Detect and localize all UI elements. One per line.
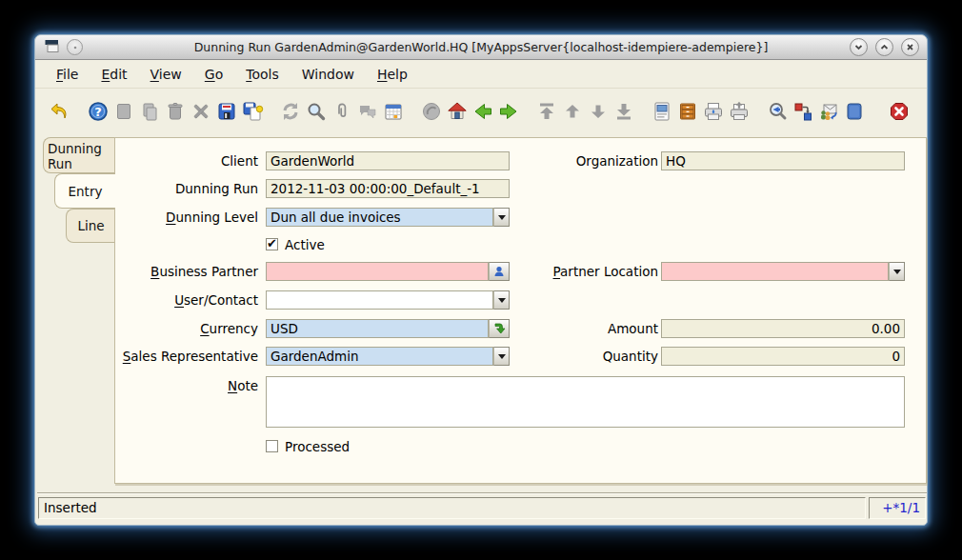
back-button[interactable] [470, 98, 495, 124]
history-button[interactable] [418, 98, 444, 124]
home-icon [446, 100, 469, 123]
workflow-icon [792, 100, 814, 123]
currency-zoom-button[interactable] [489, 319, 510, 338]
zoom-across-button[interactable] [764, 98, 790, 124]
partner-location-dropdown-button[interactable] [889, 262, 905, 281]
menu-window[interactable]: Window [291, 63, 366, 86]
chevron-down-icon [498, 298, 506, 307]
last-record-icon [612, 100, 635, 123]
report-icon [651, 100, 673, 123]
amount-input [661, 319, 905, 338]
tab-entry[interactable]: Entry [54, 173, 115, 209]
close-button[interactable] [901, 38, 919, 56]
business-partner-input[interactable] [266, 262, 489, 281]
forward-icon [497, 100, 520, 123]
menu-file[interactable]: File [45, 63, 90, 86]
currency-input[interactable] [266, 319, 489, 338]
green-arrow-icon [492, 322, 506, 335]
forward-button[interactable] [495, 98, 521, 124]
calendar-button[interactable] [380, 98, 406, 124]
sales-representative-dropdown-button[interactable] [493, 347, 510, 366]
refresh-icon [279, 100, 302, 123]
dunning-level-input[interactable] [266, 208, 493, 227]
chevron-down-icon [893, 270, 901, 278]
requests-icon [817, 100, 840, 123]
print-preview-button[interactable] [726, 98, 752, 124]
partner-location-label: Partner Location [515, 262, 658, 281]
new-record-button[interactable] [110, 98, 136, 124]
chat-button[interactable] [354, 98, 380, 124]
first-record-button[interactable] [533, 98, 559, 124]
sales-representative-label: Sales Representative [115, 347, 258, 366]
home-button[interactable] [444, 98, 470, 124]
titlebar: Dunning Run GardenAdmin@GardenWorld.HQ [… [35, 35, 927, 60]
print-button[interactable] [700, 98, 726, 124]
undo-icon [49, 100, 71, 123]
note-textarea[interactable] [266, 376, 905, 428]
delete-record-button[interactable] [162, 98, 188, 124]
requests-button[interactable] [815, 98, 841, 124]
dunning-level-dropdown-button[interactable] [493, 208, 510, 227]
business-partner-search-button[interactable] [489, 262, 510, 281]
menu-go[interactable]: Go [193, 63, 234, 86]
processed-label: Processed [285, 438, 350, 455]
new-record-icon [112, 100, 135, 123]
record-indicator: +*1/1 [869, 497, 926, 519]
report-button[interactable] [649, 98, 674, 124]
minimize-button[interactable] [850, 38, 868, 56]
attachment-button[interactable] [329, 98, 354, 124]
next-record-icon [587, 100, 610, 123]
copy-record-button[interactable] [136, 98, 162, 124]
quantity-input [661, 347, 905, 366]
print-preview-icon [728, 100, 751, 123]
dunning-run-input [266, 179, 510, 198]
save-and-create-button[interactable] [239, 98, 265, 124]
next-record-button[interactable] [585, 98, 611, 124]
archive-icon [676, 100, 699, 123]
client-label: Client [115, 151, 258, 170]
menu-view[interactable]: View [139, 63, 193, 86]
partner-location-input[interactable] [661, 262, 889, 281]
status-text: Inserted [38, 497, 866, 519]
tab-dunning-run[interactable]: Dunning Run [43, 137, 115, 173]
calendar-icon [382, 100, 405, 123]
sales-representative-input[interactable] [266, 347, 493, 366]
user-contact-input[interactable] [266, 290, 493, 310]
history-icon [420, 100, 443, 123]
currency-label: Currency [115, 319, 258, 338]
maximize-button[interactable] [875, 38, 893, 56]
dunning-run-label: Dunning Run [115, 179, 258, 198]
svg-text:?: ? [94, 104, 102, 118]
chevron-down-icon [852, 41, 865, 53]
menu-tools[interactable]: Tools [234, 63, 291, 86]
attachment-icon [331, 100, 353, 123]
exit-icon [888, 100, 911, 123]
processed-checkbox[interactable] [266, 440, 278, 452]
chat-icon [356, 100, 379, 123]
window-panel-button[interactable] [841, 98, 867, 124]
help-button[interactable]: ? [85, 98, 110, 124]
save-button[interactable] [213, 98, 239, 124]
print-icon [702, 100, 725, 123]
last-record-button[interactable] [611, 98, 636, 124]
undo-button[interactable] [47, 98, 72, 124]
user-contact-dropdown-button[interactable] [493, 290, 510, 310]
menu-edit[interactable]: Edit [90, 63, 138, 86]
delete-selection-button[interactable] [188, 98, 213, 124]
delete-selection-icon [190, 100, 212, 123]
menu-help[interactable]: Help [366, 63, 419, 86]
tab-line[interactable]: Line [66, 209, 115, 243]
first-record-icon [535, 100, 558, 123]
workflow-button[interactable] [790, 98, 815, 124]
quantity-label: Quantity [515, 347, 658, 366]
active-checkbox[interactable] [266, 238, 278, 250]
previous-record-button[interactable] [559, 98, 585, 124]
refresh-button[interactable] [277, 98, 303, 124]
form-panel: Client Organization Dunning Run Dunning … [114, 137, 927, 484]
archive-button[interactable] [674, 98, 700, 124]
find-button[interactable] [303, 98, 329, 124]
save-icon [215, 100, 238, 123]
chevron-down-icon [498, 215, 506, 224]
exit-button[interactable] [886, 98, 912, 124]
person-icon [492, 265, 506, 278]
